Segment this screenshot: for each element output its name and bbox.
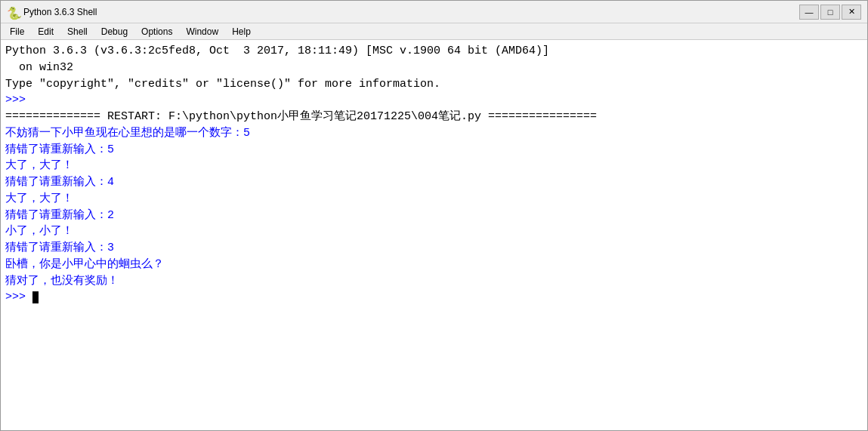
output-line-6: 猜错了请重新输入：2 — [5, 208, 863, 224]
menu-file[interactable]: File — [4, 25, 30, 38]
output-line-8: 猜错了请重新输入：3 — [5, 240, 863, 257]
minimize-button[interactable]: — — [799, 5, 819, 20]
maximize-button[interactable]: □ — [820, 5, 840, 20]
menu-shell[interactable]: Shell — [61, 25, 94, 38]
title-bar-left: 🐍 Python 3.6.3 Shell — [7, 6, 97, 18]
output-line-4: 猜错了请重新输入：4 — [5, 174, 863, 191]
output-line-9: 卧槽，你是小甲心中的蛔虫么？ — [5, 257, 863, 273]
restart-line: ============== RESTART: F:\python\python… — [5, 109, 863, 125]
window-controls: — □ ✕ — [799, 5, 861, 20]
close-button[interactable]: ✕ — [842, 5, 861, 20]
first-prompt: >>> — [5, 92, 863, 109]
output-line-7: 小了，小了！ — [5, 223, 863, 240]
python-version-line: Python 3.6.3 (v3.6.3:2c5fed8, Oct 3 2017… — [5, 43, 863, 60]
menu-options[interactable]: Options — [135, 25, 178, 38]
window-title: Python 3.6.3 Shell — [23, 7, 97, 17]
menu-debug[interactable]: Debug — [95, 25, 134, 38]
text-cursor — [32, 291, 39, 303]
output-line-2: 猜错了请重新输入：5 — [5, 142, 863, 159]
output-line-3: 大了，大了！ — [5, 158, 863, 174]
menu-edit[interactable]: Edit — [32, 25, 60, 38]
menu-bar: File Edit Shell Debug Options Window Hel… — [1, 23, 867, 40]
platform-line: on win32 — [5, 60, 863, 76]
shell-output[interactable]: Python 3.6.3 (v3.6.3:2c5fed8, Oct 3 2017… — [1, 40, 867, 430]
type-info-line: Type "copyright", "credits" or "license(… — [5, 76, 863, 93]
last-prompt: >>> — [5, 289, 863, 306]
menu-window[interactable]: Window — [180, 25, 224, 38]
app-icon: 🐍 — [7, 6, 19, 18]
menu-help[interactable]: Help — [226, 25, 257, 38]
output-line-10: 猜对了，也没有奖励！ — [5, 273, 863, 290]
output-line-5: 大了，大了！ — [5, 191, 863, 208]
main-window: 🐍 Python 3.6.3 Shell — □ ✕ File Edit She… — [0, 0, 868, 431]
output-line-1: 不妨猜一下小甲鱼现在心里想的是哪一个数字：5 — [5, 125, 863, 142]
title-bar: 🐍 Python 3.6.3 Shell — □ ✕ — [1, 1, 867, 23]
